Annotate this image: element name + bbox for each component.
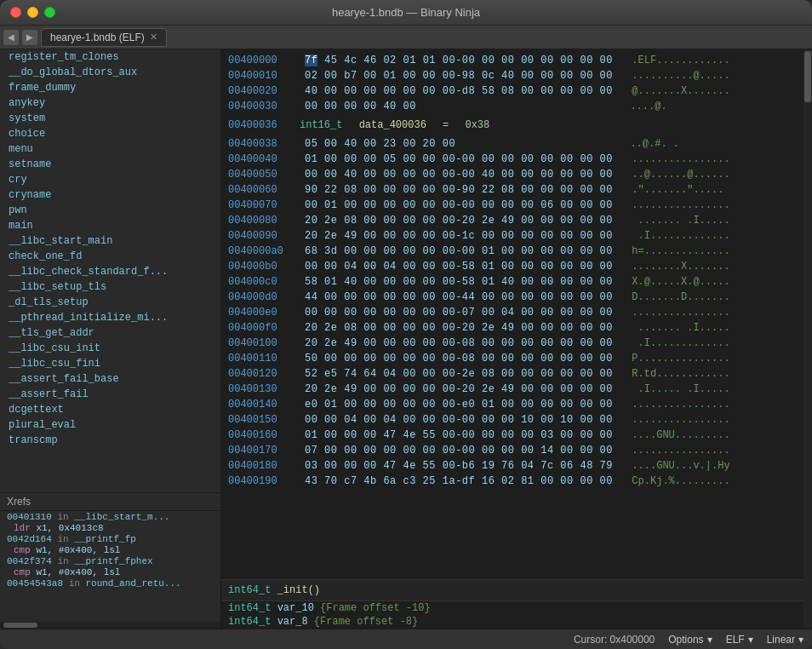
sidebar-function-item[interactable]: cry <box>0 172 220 187</box>
hex-row[interactable]: 00400110 50 00 00 00 00 00 00 00-08 00 0… <box>221 351 803 366</box>
sidebar-function-item[interactable]: __assert_fail_base <box>0 371 220 387</box>
hex-row[interactable]: 00400090 20 2e 49 00 00 00 00 00-1c 00 0… <box>221 228 803 244</box>
tab-close-button[interactable]: ✕ <box>150 32 157 43</box>
options-chevron: ▾ <box>707 634 712 646</box>
hex-row[interactable]: 00400000 7f 45 4c 46 02 01 01 00-00 00 0… <box>221 53 803 68</box>
hex-row[interactable]: 00400080 20 2e 08 00 00 00 00 00-20 2e 4… <box>221 213 803 228</box>
sidebar-function-item[interactable]: menu <box>0 141 220 157</box>
elf-dropdown[interactable]: ELF ▾ <box>726 634 753 646</box>
hex-row[interactable]: 00400060 90 22 08 00 00 00 00 00-90 22 0… <box>221 182 803 198</box>
sidebar: register_tm_clones__do_global_dtors_auxf… <box>0 49 221 629</box>
var-row-1: int64_t var_10 {Frame offset -10} <box>221 601 803 615</box>
var2-comment: {Frame offset -8} <box>314 616 418 628</box>
sidebar-function-item[interactable]: main <box>0 218 220 233</box>
tab-nav-back[interactable]: ◀ <box>3 30 19 45</box>
xref-code: cmp w1, #0x400, lsl <box>0 545 220 555</box>
sidebar-function-item[interactable]: cryname <box>0 187 220 203</box>
sidebar-function-item[interactable]: system <box>0 111 220 126</box>
hex-row[interactable]: 004000f0 20 2e 08 00 00 00 00 00-20 2e 4… <box>221 320 803 336</box>
hex-row[interactable]: 00400040 01 00 00 00 05 00 00 00-00 00 0… <box>221 152 803 167</box>
function-header: int64_t _init() <box>221 579 803 601</box>
hex-row[interactable]: 004000c0 58 01 40 00 00 00 00 00-58 01 4… <box>221 274 803 290</box>
hex-content[interactable]: 00400000 7f 45 4c 46 02 01 01 00-00 00 0… <box>221 49 803 576</box>
content-area: register_tm_clones__do_global_dtors_auxf… <box>0 49 812 629</box>
sidebar-function-item[interactable]: setname <box>0 157 220 172</box>
xrefs-content[interactable]: 00401310 in __libc_start_m...ldr x1, 0x4… <box>0 511 220 622</box>
sidebar-function-item[interactable]: __do_global_dtors_aux <box>0 65 220 80</box>
xref-code: cmp w1, #0x400, lsl <box>0 567 220 577</box>
var1-comment: {Frame offset -10} <box>320 602 431 614</box>
xref-item[interactable]: 00454543a8 in round_and_retu... <box>0 577 220 589</box>
sidebar-function-item[interactable]: transcmp <box>0 433 220 448</box>
minimize-button[interactable] <box>27 7 38 18</box>
hex-row[interactable]: 00400010 02 00 b7 00 01 00 00 00-98 0c 4… <box>221 68 803 83</box>
sidebar-function-item[interactable]: __assert_fail <box>0 387 220 402</box>
hex-row[interactable]: 00400130 20 2e 49 00 00 00 00 00-20 2e 4… <box>221 382 803 397</box>
hex-row[interactable]: 00400150 00 00 04 00 04 00 00 00-00 00 0… <box>221 412 803 428</box>
xref-item[interactable]: 0042d164 in __printf_fp <box>0 533 220 545</box>
hex-row[interactable]: 00400170 07 00 00 00 00 00 00 00-00 00 0… <box>221 443 803 458</box>
title-bar: hearye-1.bndb — Binary Ninja <box>0 0 812 26</box>
func-return-type: int64_t <box>228 584 271 596</box>
func-name: _init() <box>277 584 320 596</box>
data-label-row: 00400036 int16_t data_400036 = 0x38 <box>221 114 803 136</box>
xrefs-panel: Xrefs 00401310 in __libc_start_m...ldr x… <box>0 492 220 629</box>
status-bar: Cursor: 0x400000 Options ▾ ELF ▾ Linear … <box>0 629 812 649</box>
sidebar-function-item[interactable]: dcgettext <box>0 402 220 417</box>
hex-row[interactable]: 00400038 05 00 40 00 23 00 20 00 ..@.#. … <box>221 136 803 152</box>
xref-item[interactable]: 00401310 in __libc_start_m... <box>0 511 220 523</box>
sidebar-function-item[interactable]: __libc_setup_tls <box>0 279 220 295</box>
sidebar-function-item[interactable]: register_tm_clones <box>0 49 220 65</box>
hex-row[interactable]: 00400070 00 01 00 00 00 00 00 00-00 00 0… <box>221 198 803 213</box>
var1-name: var_10 <box>277 602 314 614</box>
hex-row[interactable]: 00400190 43 70 c7 4b 6a c3 25 1a-df 16 0… <box>221 474 803 489</box>
sidebar-function-item[interactable]: check_one_fd <box>0 249 220 264</box>
sidebar-h-scrollbar[interactable] <box>0 622 220 629</box>
hex-row[interactable]: 00400180 03 00 00 00 47 4e 55 00-b6 19 7… <box>221 458 803 474</box>
sidebar-function-item[interactable]: _dl_tls_setup <box>0 295 220 310</box>
hex-view: 00400000 7f 45 4c 46 02 01 01 00-00 00 0… <box>221 49 803 629</box>
file-tab[interactable]: hearye-1.bndb (ELF) ✕ <box>41 28 167 47</box>
linear-chevron: ▾ <box>798 634 803 646</box>
sidebar-function-item[interactable]: pwn <box>0 203 220 218</box>
hex-row[interactable]: 004000b0 00 00 04 00 04 00 00 00-58 01 0… <box>221 259 803 274</box>
options-dropdown[interactable]: Options ▾ <box>668 634 712 646</box>
hex-scrollbar[interactable] <box>803 49 812 629</box>
sidebar-function-item[interactable]: __libc_csu_fini <box>0 356 220 371</box>
xref-item[interactable]: 0042f374 in __printf_fphex <box>0 555 220 567</box>
sidebar-function-item[interactable]: choice <box>0 126 220 141</box>
function-list[interactable]: register_tm_clones__do_global_dtors_auxf… <box>0 49 220 492</box>
main-layout: ◀ ▶ hearye-1.bndb (ELF) ✕ register_tm_cl… <box>0 26 812 649</box>
hex-row[interactable]: 0040000a0 68 3d 00 00 00 00 00 00-00 01 … <box>221 244 803 259</box>
elf-label: ELF <box>726 634 745 646</box>
sidebar-function-item[interactable]: frame_dummy <box>0 80 220 95</box>
hex-row[interactable]: 00400140 e0 01 00 00 00 00 00 00-e0 01 0… <box>221 397 803 412</box>
hex-row[interactable]: 00400020 40 00 00 00 00 00 00 00-d8 58 0… <box>221 83 803 99</box>
xrefs-header: Xrefs <box>0 493 220 511</box>
sidebar-function-item[interactable]: __libc_start_main <box>0 233 220 249</box>
sidebar-function-item[interactable]: anykey <box>0 95 220 111</box>
elf-chevron: ▾ <box>748 634 753 646</box>
sidebar-function-item[interactable]: __libc_csu_init <box>0 341 220 356</box>
close-button[interactable] <box>10 7 21 18</box>
hex-row[interactable]: 00400030 00 00 00 00 40 00 ....@. <box>221 99 803 114</box>
linear-dropdown[interactable]: Linear ▾ <box>767 634 803 646</box>
sidebar-function-item[interactable]: plural_eval <box>0 417 220 433</box>
hex-row[interactable]: 00400100 20 2e 49 00 00 00 00 00-08 00 0… <box>221 336 803 351</box>
hex-row[interactable]: 00400160 01 00 00 00 47 4e 55 00-00 00 0… <box>221 428 803 443</box>
hex-row[interactable]: 00400050 00 00 40 00 00 00 00 00-00 40 0… <box>221 167 803 182</box>
hex-row[interactable]: 00400120 52 e5 74 64 04 00 00 00-2e 08 0… <box>221 366 803 382</box>
sidebar-function-item[interactable]: __tls_get_addr <box>0 325 220 341</box>
tab-label: hearye-1.bndb (ELF) <box>50 32 145 43</box>
var1-type: int64_t <box>228 602 271 614</box>
hex-row[interactable]: 004000d0 44 00 00 00 00 00 00 00-44 00 0… <box>221 290 803 305</box>
tab-nav-forward[interactable]: ▶ <box>22 30 37 45</box>
maximize-button[interactable] <box>44 7 55 18</box>
var-row-2: int64_t var_8 {Frame offset -8} <box>221 615 803 629</box>
hex-row[interactable]: 004000e0 00 00 00 00 00 00 00 00-07 00 0… <box>221 305 803 320</box>
sidebar-function-item[interactable]: __pthread_initialize_mi... <box>0 310 220 325</box>
sidebar-h-scrollbar-thumb <box>3 623 37 628</box>
traffic-lights <box>10 7 55 18</box>
options-label: Options <box>668 634 703 646</box>
sidebar-function-item[interactable]: __libc_check_standard_f... <box>0 264 220 279</box>
